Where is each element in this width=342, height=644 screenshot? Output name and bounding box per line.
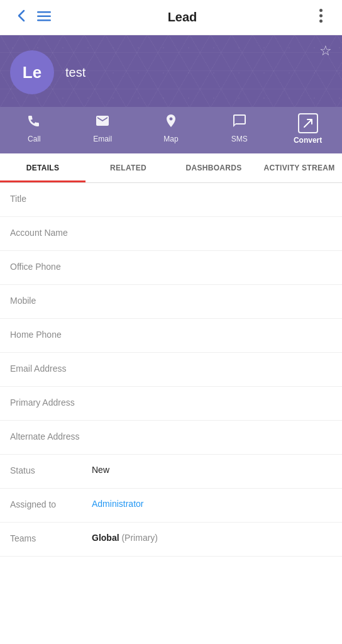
label-email-address: Email Address — [10, 363, 92, 374]
value-assigned-to[interactable]: Administrator — [92, 499, 332, 509]
email-action[interactable]: Email — [69, 113, 137, 145]
label-status: Status — [10, 465, 92, 475]
svg-point-4 — [319, 14, 323, 17]
svg-rect-0 — [37, 11, 51, 13]
call-action[interactable]: Call — [0, 113, 69, 145]
field-alternate-address: Alternate Address — [0, 421, 342, 455]
page-title: Lead — [55, 10, 309, 25]
avatar: Le — [10, 50, 54, 94]
field-home-phone: Home Phone — [0, 319, 342, 353]
teams-primary-value: Global — [92, 533, 119, 543]
field-status: Status New — [0, 455, 342, 489]
field-mobile: Mobile — [0, 285, 342, 319]
field-office-phone: Office Phone — [0, 251, 342, 285]
svg-rect-2 — [37, 19, 51, 21]
map-action[interactable]: Map — [137, 113, 206, 145]
email-icon — [95, 113, 110, 132]
email-label: Email — [93, 135, 112, 143]
profile-name: test — [65, 65, 86, 80]
svg-rect-1 — [37, 16, 51, 18]
tab-activity-stream[interactable]: ACTIVITY STREAM — [256, 153, 342, 182]
label-mobile: Mobile — [10, 295, 92, 306]
value-status: New — [92, 465, 332, 475]
svg-point-3 — [319, 9, 323, 12]
convert-action[interactable]: Convert — [273, 113, 342, 145]
svg-point-5 — [319, 19, 323, 23]
tab-related[interactable]: RELATED — [86, 153, 171, 182]
more-options-button[interactable] — [309, 9, 332, 26]
label-teams: Teams — [10, 533, 92, 543]
tab-details[interactable]: DETAILS — [0, 153, 86, 182]
convert-icon — [298, 113, 318, 133]
call-icon — [26, 113, 41, 132]
label-alternate-address: Alternate Address — [10, 431, 92, 441]
back-button[interactable] — [10, 9, 33, 26]
sms-label: SMS — [231, 135, 248, 143]
map-icon — [163, 113, 179, 132]
action-bar: Call Email Map SMS Conve — [0, 107, 342, 153]
profile-banner: Le test ☆ — [0, 35, 342, 107]
tabs: DETAILS RELATED DASHBOARDS ACTIVITY STRE… — [0, 153, 342, 183]
label-office-phone: Office Phone — [10, 261, 92, 272]
label-home-phone: Home Phone — [10, 329, 92, 340]
field-account-name: Account Name — [0, 217, 342, 251]
teams-primary-tag: (Primary) — [121, 533, 158, 543]
field-assigned-to: Assigned to Administrator — [0, 489, 342, 523]
star-button[interactable]: ☆ — [319, 43, 332, 59]
tab-dashboards[interactable]: DASHBOARDS — [171, 153, 256, 182]
value-teams: Global (Primary) — [92, 533, 332, 543]
label-title: Title — [10, 193, 92, 204]
convert-label: Convert — [294, 136, 322, 145]
menu-icon[interactable] — [33, 11, 55, 23]
field-teams: Teams Global (Primary) — [0, 523, 342, 557]
sms-icon — [232, 113, 247, 132]
field-primary-address: Primary Address — [0, 387, 342, 421]
label-primary-address: Primary Address — [10, 397, 92, 408]
field-title: Title — [0, 183, 342, 217]
call-label: Call — [28, 135, 41, 143]
detail-list: Title Account Name Office Phone Mobile H… — [0, 183, 342, 557]
label-account-name: Account Name — [10, 227, 92, 238]
map-label: Map — [163, 135, 178, 143]
field-email-address: Email Address — [0, 353, 342, 387]
header: Lead — [0, 0, 342, 35]
sms-action[interactable]: SMS — [205, 113, 273, 145]
label-assigned-to: Assigned to — [10, 499, 92, 509]
